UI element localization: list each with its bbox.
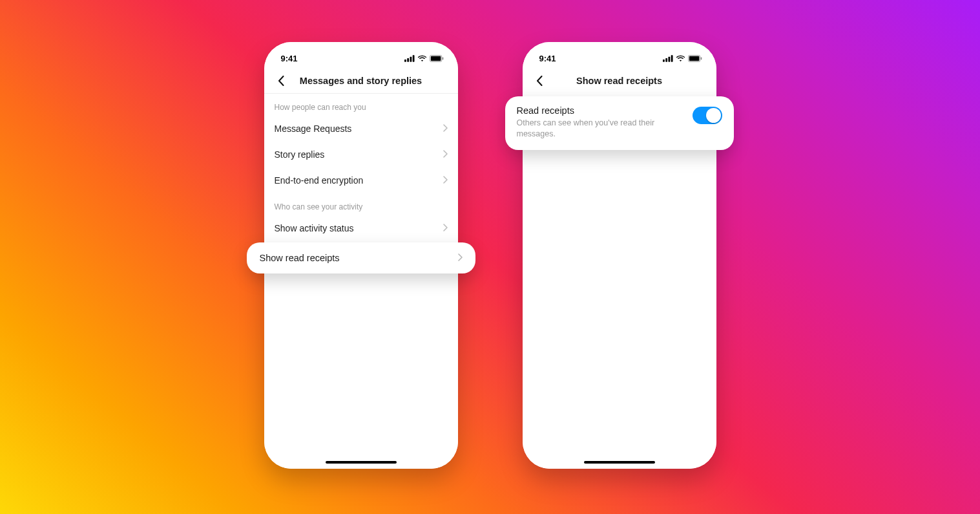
row-show-activity-status[interactable]: Show activity status xyxy=(264,215,458,241)
read-receipts-title: Read receipts xyxy=(517,105,685,116)
battery-icon xyxy=(430,55,444,62)
signal-icon xyxy=(663,55,673,62)
wifi-icon xyxy=(417,55,427,62)
toggle-knob xyxy=(706,108,721,123)
home-indicator xyxy=(584,461,655,464)
section-caption-activity: Who can see your activity xyxy=(264,193,458,215)
home-indicator xyxy=(326,461,397,464)
status-time: 9:41 xyxy=(539,54,556,63)
read-receipts-card: Read receipts Others can see when you've… xyxy=(505,96,734,150)
stage: 9:41 Messages and story r xyxy=(0,0,980,514)
row-label: Show activity status xyxy=(275,223,354,233)
phone-mockup-left: 9:41 Messages and story r xyxy=(264,42,458,469)
chevron-right-icon xyxy=(443,175,448,186)
chevron-right-icon xyxy=(443,223,448,233)
svg-rect-0 xyxy=(404,59,406,61)
svg-rect-7 xyxy=(663,59,665,61)
read-receipts-subtitle: Others can see when you've read their me… xyxy=(517,118,685,140)
svg-rect-10 xyxy=(671,55,672,61)
phone-mockup-right: 9:41 Show read receipts xyxy=(523,42,716,469)
svg-rect-8 xyxy=(665,58,667,62)
row-message-requests[interactable]: Message Requests xyxy=(264,116,458,142)
row-story-replies[interactable]: Story replies xyxy=(264,142,458,167)
section-caption-reach: How people can reach you xyxy=(264,94,458,116)
status-bar: 9:41 xyxy=(523,42,716,68)
row-label: Show read receipts xyxy=(260,253,340,263)
nav-header: Show read receipts xyxy=(523,68,716,94)
row-show-read-receipts-highlight[interactable]: Show read receipts xyxy=(247,242,475,273)
chevron-right-icon xyxy=(458,252,463,264)
chevron-right-icon xyxy=(443,149,448,160)
status-indicators xyxy=(663,55,702,62)
status-time: 9:41 xyxy=(281,54,298,63)
svg-rect-5 xyxy=(430,56,441,60)
page-title: Show read receipts xyxy=(532,76,707,86)
svg-rect-6 xyxy=(442,57,443,59)
battery-icon xyxy=(688,55,702,62)
chevron-right-icon xyxy=(443,123,448,134)
wifi-icon xyxy=(676,55,685,62)
svg-rect-3 xyxy=(412,55,414,61)
nav-header: Messages and story replies xyxy=(264,68,458,94)
status-bar: 9:41 xyxy=(264,42,458,68)
row-label: Message Requests xyxy=(275,123,352,134)
read-receipts-texts: Read receipts Others can see when you've… xyxy=(517,105,685,140)
read-receipts-toggle[interactable] xyxy=(693,107,722,124)
row-label: End-to-end encryption xyxy=(275,175,364,186)
status-indicators xyxy=(404,55,444,62)
svg-rect-2 xyxy=(410,56,412,61)
svg-rect-9 xyxy=(668,56,670,61)
row-label: Story replies xyxy=(275,149,325,160)
signal-icon xyxy=(404,55,415,62)
svg-rect-12 xyxy=(689,56,699,60)
page-title: Messages and story replies xyxy=(273,76,449,86)
svg-rect-1 xyxy=(407,58,409,62)
svg-rect-13 xyxy=(700,57,702,59)
row-end-to-end-encryption[interactable]: End-to-end encryption xyxy=(264,167,458,193)
